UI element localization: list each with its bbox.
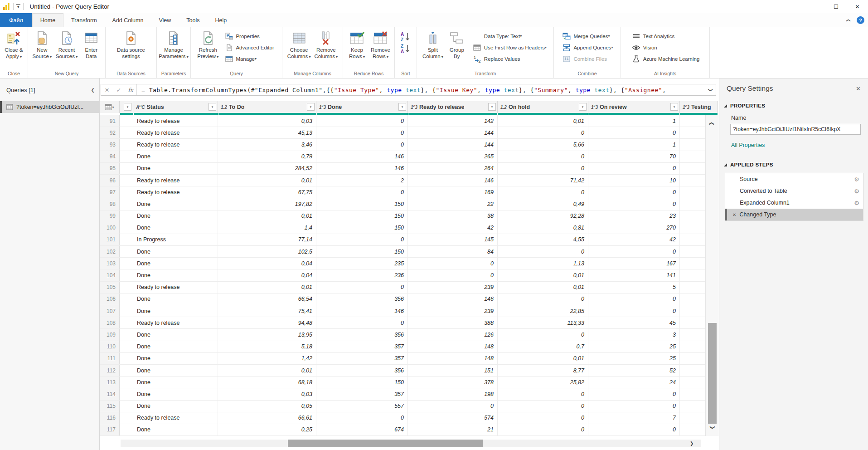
minimize-button[interactable]: ─ bbox=[804, 0, 825, 13]
column-header-ready-to-release[interactable]: 123Ready to release▼ bbox=[408, 101, 498, 113]
data-type-text-button[interactable]: Data Type: Text ▾ bbox=[470, 30, 549, 42]
step-settings-gear-icon[interactable]: ⚙ bbox=[854, 176, 859, 183]
vertical-scroll-thumb[interactable] bbox=[708, 323, 717, 424]
manage-button[interactable]: Manage ▾ bbox=[222, 53, 276, 64]
table-row[interactable]: 112Done0,013561518,7752 bbox=[100, 365, 705, 377]
advanced-editor-button[interactable]: Advanced Editor bbox=[222, 42, 276, 53]
applied-step-changed-type[interactable]: ✕Changed Type bbox=[725, 209, 863, 220]
commit-formula-icon[interactable]: ✓ bbox=[113, 87, 125, 93]
remove-rows-button[interactable]: Remove Rows ▾ bbox=[369, 29, 393, 69]
column-header-status[interactable]: ABCStatus▼ bbox=[133, 101, 218, 113]
tab-add-column[interactable]: Add Column bbox=[105, 13, 151, 27]
refresh-preview-button[interactable]: Refresh Preview ▾ bbox=[195, 29, 220, 69]
split-column-button[interactable]: Split Column ▾ bbox=[421, 29, 445, 69]
choose-columns-button[interactable]: Choose Columns ▾ bbox=[286, 29, 313, 69]
table-row[interactable]: 91Ready to release0,0301420,011 bbox=[100, 115, 705, 127]
column-header-done[interactable]: 123Done▼ bbox=[316, 101, 408, 113]
table-row[interactable]: 97Ready to release67,75016900 bbox=[100, 186, 705, 198]
data-source-settings-button[interactable]: Data source settings bbox=[115, 29, 147, 69]
vertical-scrollbar[interactable]: ❮ ❮ bbox=[705, 115, 719, 436]
all-properties-link[interactable]: All Properties bbox=[731, 142, 868, 148]
filter-dropdown-icon[interactable]: ▼ bbox=[209, 103, 216, 111]
table-row[interactable]: 107Done75,4114623922,850 bbox=[100, 305, 705, 317]
append-queries-button[interactable]: Append Queries ▾ bbox=[560, 42, 615, 53]
use-first-row-as-headers-button[interactable]: Use First Row as Headers ▾ bbox=[470, 42, 549, 53]
scroll-right-icon[interactable]: ❯ bbox=[690, 441, 693, 446]
sort-ascending-button[interactable]: AZ bbox=[401, 31, 411, 42]
filter-dropdown-icon[interactable]: ▼ bbox=[579, 103, 587, 111]
tab-help[interactable]: Help bbox=[207, 13, 234, 27]
tab-home[interactable]: Home bbox=[32, 13, 63, 27]
column-header-on-review[interactable]: 123On review▼ bbox=[588, 101, 680, 113]
vision-button[interactable]: Vision bbox=[630, 42, 702, 53]
scroll-up-icon[interactable]: ❮ bbox=[709, 122, 715, 126]
table-row[interactable]: 95Done284,5214626400 bbox=[100, 163, 705, 175]
table-row[interactable]: 99Done0,011503892,2823 bbox=[100, 210, 705, 222]
horizontal-scroll-thumb[interactable] bbox=[288, 440, 483, 447]
step-settings-gear-icon[interactable]: ⚙ bbox=[854, 200, 859, 206]
select-all-corner-cell[interactable]: ▾ bbox=[100, 101, 120, 113]
close-apply-button[interactable]: Close & Apply ▾ bbox=[2, 29, 26, 69]
table-row[interactable]: 116Ready to release66,61057407 bbox=[100, 412, 705, 424]
query-list-item[interactable]: ?token=eyJhbGciOiJIUzI... bbox=[0, 101, 99, 113]
tab-file[interactable]: Файл bbox=[0, 13, 32, 27]
table-row[interactable]: 114Done0,0335719800 bbox=[100, 388, 705, 400]
filter-dropdown-icon[interactable]: ▼ bbox=[488, 103, 496, 111]
table-row[interactable]: 108Ready to release94,480388113,3345 bbox=[100, 317, 705, 329]
formula-input[interactable]: = Table.TransformColumnTypes(#"Expanded … bbox=[139, 87, 704, 93]
azure-machine-learning-button[interactable]: Azure Machine Learning bbox=[630, 53, 702, 64]
scroll-down-icon[interactable]: ❮ bbox=[709, 426, 715, 430]
table-row[interactable]: 109Done13,9535612603 bbox=[100, 329, 705, 341]
filter-dropdown-icon[interactable]: ▼ bbox=[307, 103, 315, 111]
help-badge-icon[interactable]: ? bbox=[857, 16, 864, 24]
applied-step-source[interactable]: Source⚙ bbox=[725, 173, 863, 185]
table-row[interactable]: 93Ready to release3,4601445,661 bbox=[100, 139, 705, 151]
cancel-formula-icon[interactable]: ✕ bbox=[101, 87, 113, 93]
filter-dropdown-icon[interactable]: ▼ bbox=[670, 103, 678, 111]
column-header-to-do[interactable]: 1.2To Do▼ bbox=[218, 101, 316, 113]
step-settings-gear-icon[interactable]: ⚙ bbox=[854, 188, 859, 195]
table-row[interactable]: 101In Progress77,1401454,5542 bbox=[100, 234, 705, 246]
table-row[interactable]: 98Done197,82150220,490 bbox=[100, 198, 705, 210]
applied-step-expanded-column1[interactable]: Expanded Column1⚙ bbox=[725, 197, 863, 209]
filter-dropdown-icon[interactable]: ▼ bbox=[124, 103, 131, 111]
properties-button[interactable]: Properties bbox=[222, 30, 276, 42]
table-row[interactable]: 100Done1,4150420,81270 bbox=[100, 222, 705, 234]
new-source-button[interactable]: New Source ▾ bbox=[30, 29, 54, 69]
recent-sources-button[interactable]: Recent Sources ▾ bbox=[54, 29, 79, 69]
properties-section-header[interactable]: PROPERTIES bbox=[719, 103, 868, 108]
table-row[interactable]: 104Done0,0423600,01141 bbox=[100, 269, 705, 281]
table-row[interactable]: 105Ready to release0,0102390,015 bbox=[100, 282, 705, 293]
horizontal-scrollbar[interactable]: ❮ ❯ bbox=[100, 436, 719, 450]
tab-tools[interactable]: Tools bbox=[179, 13, 207, 27]
sort-descending-button[interactable]: ZA bbox=[401, 43, 411, 54]
table-row[interactable]: 111Done1,423571480,0125 bbox=[100, 353, 705, 365]
filter-dropdown-icon[interactable]: ▼ bbox=[398, 103, 406, 111]
keep-rows-button[interactable]: Keep Rows ▾ bbox=[345, 29, 369, 69]
table-row[interactable]: 102Done102,51508400 bbox=[100, 246, 705, 258]
close-button[interactable]: ✕ bbox=[847, 0, 868, 13]
query-name-input[interactable] bbox=[730, 124, 861, 135]
table-row[interactable]: 103Done0,0423501,13167 bbox=[100, 258, 705, 269]
manage-parameters-button[interactable]: Manage Parameters ▾ bbox=[157, 29, 190, 69]
enter-data-button[interactable]: Enter Data bbox=[79, 29, 103, 69]
column-header-on-hold[interactable]: 1.2On hold▼ bbox=[498, 101, 588, 113]
merge-queries-button[interactable]: Merge Queries ▾ bbox=[560, 30, 615, 42]
collapse-ribbon-icon[interactable]: ❮ bbox=[846, 19, 851, 22]
applied-step-converted-to-table[interactable]: Converted to Table⚙ bbox=[725, 185, 863, 197]
table-row[interactable]: 94Done0,79146265070 bbox=[100, 151, 705, 163]
column-header-blank[interactable]: ▼ bbox=[120, 101, 133, 113]
table-row[interactable]: 110Done5,183571480,725 bbox=[100, 341, 705, 353]
text-analytics-button[interactable]: Text Analytics bbox=[630, 30, 702, 42]
tab-transform[interactable]: Transform bbox=[63, 13, 105, 27]
replace-values-button[interactable]: 12Replace Values bbox=[470, 53, 549, 64]
applied-steps-section-header[interactable]: APPLIED STEPS bbox=[719, 162, 868, 167]
close-icon[interactable]: ✕ bbox=[856, 85, 861, 92]
table-row[interactable]: 113Done68,1815037825,8224 bbox=[100, 377, 705, 388]
quick-access-toolbar-button[interactable]: ▾ bbox=[16, 4, 20, 9]
maximize-button[interactable]: ☐ bbox=[825, 0, 847, 13]
collapse-queries-icon[interactable]: ❮ bbox=[91, 88, 95, 93]
expand-formula-icon[interactable]: ❮ bbox=[708, 84, 713, 96]
column-header-testing[interactable]: 123Testing▼ bbox=[680, 101, 718, 113]
table-row[interactable]: 92Ready to release45,13014400 bbox=[100, 127, 705, 139]
